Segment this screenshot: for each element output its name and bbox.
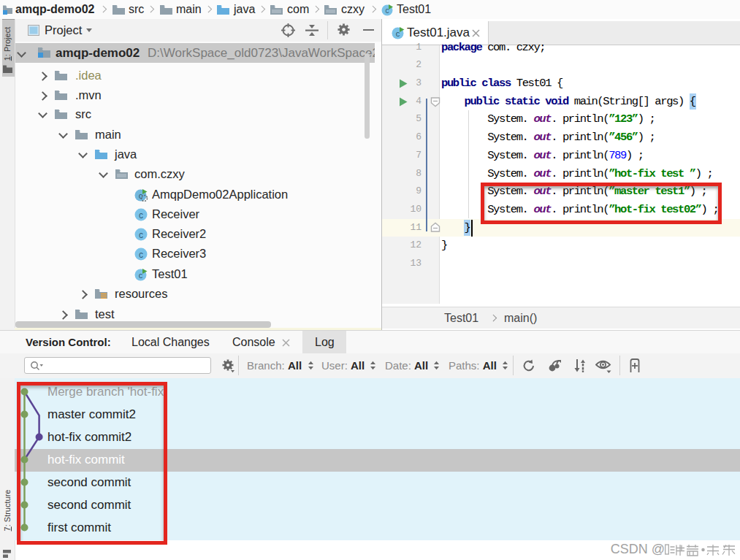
svg-text:c: c xyxy=(139,229,143,239)
svg-text:c: c xyxy=(386,7,389,15)
svg-text:c: c xyxy=(139,250,143,260)
svg-text:c: c xyxy=(139,270,143,279)
svg-text:c: c xyxy=(139,210,143,220)
svg-text:c: c xyxy=(396,29,400,38)
